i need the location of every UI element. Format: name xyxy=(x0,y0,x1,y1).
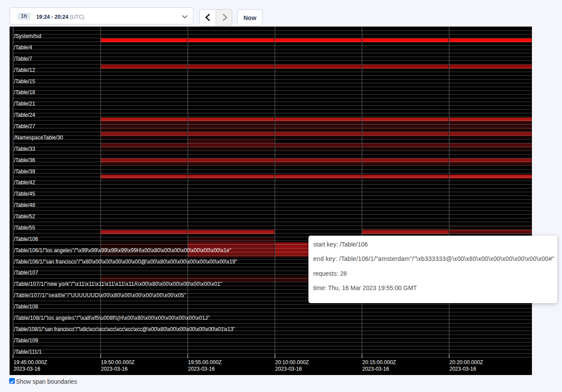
svg-text:/Table/42: /Table/42 xyxy=(14,179,35,186)
svg-text:/Table/24: /Table/24 xyxy=(14,112,35,118)
svg-text:/Table/15: /Table/15 xyxy=(14,78,35,84)
svg-text:19:45:00.000Z: 19:45:00.000Z xyxy=(14,359,47,365)
svg-text:/Table/108/1/"los angeles"/"\x: /Table/108/1/"los angeles"/"\xa8\xf5\u00… xyxy=(14,314,210,321)
svg-text:/Table/106: /Table/106 xyxy=(14,236,38,242)
svg-text:/Table/107: /Table/107 xyxy=(14,270,38,276)
svg-text:2023-03-16: 2023-03-16 xyxy=(362,366,389,372)
svg-text:19:55:00.000Z: 19:55:00.000Z xyxy=(188,359,222,365)
svg-text:19:50:00.000Z: 19:50:00.000Z xyxy=(101,359,135,365)
svg-text:20:20:00.000Z: 20:20:00.000Z xyxy=(450,359,483,365)
svg-text:/Table/107/1/"new york"/"\x11\: /Table/107/1/"new york"/"\x11\x11\x11\x1… xyxy=(14,281,222,287)
svg-text:/Table/36: /Table/36 xyxy=(14,157,35,163)
svg-text:/Table/39: /Table/39 xyxy=(14,168,35,174)
svg-text:/Table/45: /Table/45 xyxy=(14,191,35,197)
svg-text:20:15:00.000Z: 20:15:00.000Z xyxy=(362,359,396,365)
svg-text:/Table/52: /Table/52 xyxy=(14,213,35,220)
svg-text:/Table/4: /Table/4 xyxy=(14,44,32,50)
svg-text:/System/tsd: /System/tsd xyxy=(14,33,41,39)
svg-text:2023-03-16: 2023-03-16 xyxy=(101,366,128,372)
svg-text:20:10:00.000Z: 20:10:00.000Z xyxy=(275,359,309,365)
svg-text:/Table/18: /Table/18 xyxy=(14,89,35,95)
svg-text:2023-03-16: 2023-03-16 xyxy=(188,366,215,372)
svg-text:/Table/27: /Table/27 xyxy=(14,123,35,129)
svg-text:/Table/7: /Table/7 xyxy=(14,55,32,61)
svg-text:2023-03-16: 2023-03-16 xyxy=(450,366,477,372)
svg-text:/Table/21: /Table/21 xyxy=(14,101,35,107)
svg-text:/Table/106/1/"los angeles"/"\x: /Table/106/1/"los angeles"/"\x99\x99\x99… xyxy=(14,247,231,253)
svg-text:/Table/111/1: /Table/111/1 xyxy=(14,348,42,355)
svg-text:/Table/107/1/"seattle"/"UUUUUU: /Table/107/1/"seattle"/"UUUUUUD\x00\x80\… xyxy=(14,292,186,298)
svg-text:2023-03-16: 2023-03-16 xyxy=(14,366,41,372)
svg-text:/Table/109: /Table/109 xyxy=(14,337,38,343)
svg-text:/Table/106/1/"san francisco"/": /Table/106/1/"san francisco"/"\x80\x00\x… xyxy=(14,258,237,264)
svg-text:/Table/33: /Table/33 xyxy=(14,145,35,152)
svg-text:/Table/48: /Table/48 xyxy=(14,202,35,208)
svg-text:/Table/108: /Table/108 xyxy=(14,304,38,310)
svg-text:/Table/12: /Table/12 xyxy=(14,67,35,73)
svg-text:2023-03-16: 2023-03-16 xyxy=(275,366,302,372)
svg-text:/NamespaceTable/30: /NamespaceTable/30 xyxy=(14,134,63,140)
svg-text:/Table/55: /Table/55 xyxy=(14,224,35,230)
svg-text:/Table/108/1/"san francisco"/": /Table/108/1/"san francisco"/"\x8c\xcc\x… xyxy=(14,326,235,332)
